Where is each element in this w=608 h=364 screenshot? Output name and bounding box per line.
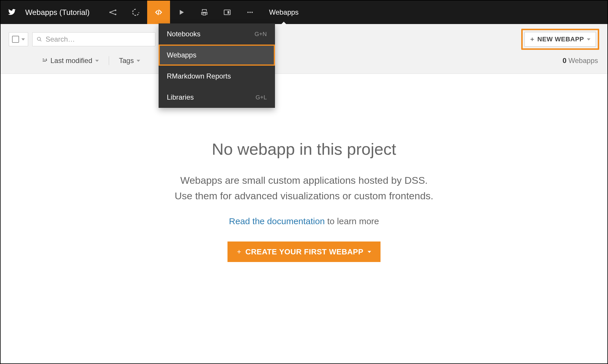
svg-point-7 [251,12,253,13]
create-first-webapp-button[interactable]: + CREATE YOUR FIRST WEBAPP [227,241,380,262]
nav-dashboard-icon[interactable] [216,1,239,24]
dropdown-item-label: RMarkdown Reports [167,72,231,80]
nav-play-icon[interactable] [170,1,193,24]
select-all-combo[interactable] [9,32,28,46]
tags-label: Tags [119,57,134,65]
svg-point-1 [115,9,116,11]
plus-icon: + [237,248,241,256]
empty-description: Webapps are small custom applications ho… [1,173,607,203]
doc-link[interactable]: Read the documentation [229,216,325,226]
app-logo[interactable] [5,7,18,17]
nav-more-icon[interactable] [239,1,261,24]
dropdown-item-label: Notebooks [167,30,201,38]
dropdown-item-notebooks[interactable]: Notebooks G+N [159,23,275,45]
create-button-label: CREATE YOUR FIRST WEBAPP [245,247,364,256]
nav-circle-icon[interactable] [124,1,147,24]
chevron-down-icon [21,38,25,40]
bird-icon [7,7,17,17]
sort-icon [42,57,47,65]
doc-line: Read the documentation to learn more [1,216,607,226]
chevron-down-icon [95,60,99,62]
search-input[interactable] [45,35,151,43]
dropdown-shortcut: G+N [254,31,267,38]
sort-label: Last modified [50,57,92,65]
nav-flow-icon[interactable] [101,1,124,24]
chevron-down-icon [368,251,371,253]
section-name: Webapps [269,8,299,16]
chevron-down-icon [587,38,590,40]
search-box[interactable] [32,32,155,46]
dropdown-item-rmarkdown[interactable]: RMarkdown Reports [159,66,275,87]
nav-print-icon[interactable] [193,1,216,24]
tags-control[interactable]: Tags [119,57,140,65]
empty-heading: No webapp in this project [1,140,607,159]
checkbox-icon [12,36,19,43]
plus-icon: + [530,35,534,43]
dropdown-item-libraries[interactable]: Libraries G+L [159,87,275,108]
dropdown-item-webapps[interactable]: Webapps [159,45,275,66]
svg-point-6 [249,12,251,13]
filter-bar: + NEW WEBAPP Last modified Tags 0 Webapp… [1,24,607,74]
new-webapp-highlight: + NEW WEBAPP [521,29,599,50]
svg-rect-4 [227,11,229,13]
svg-point-2 [115,13,116,15]
svg-point-5 [247,12,249,13]
nav-icon-row [101,1,261,24]
new-webapp-button[interactable]: + NEW WEBAPP [524,32,596,47]
sort-control[interactable]: Last modified [42,57,99,65]
new-webapp-label: NEW WEBAPP [537,35,584,43]
top-nav-bar: Webapps (Tutorial) Webapps [1,1,607,24]
chevron-down-icon [137,60,140,62]
search-icon [37,36,42,42]
dropdown-item-label: Webapps [167,51,196,59]
dropdown-item-label: Libraries [167,93,194,101]
dropdown-shortcut: G+L [256,94,267,101]
project-title[interactable]: Webapps (Tutorial) [25,8,90,17]
nav-code-icon[interactable] [147,1,170,24]
empty-state: No webapp in this project Webapps are sm… [1,74,607,262]
svg-rect-3 [224,10,230,15]
item-count: 0 Webapps [563,57,599,65]
divider [109,56,109,65]
code-dropdown-menu: Notebooks G+N Webapps RMarkdown Reports … [159,23,275,108]
